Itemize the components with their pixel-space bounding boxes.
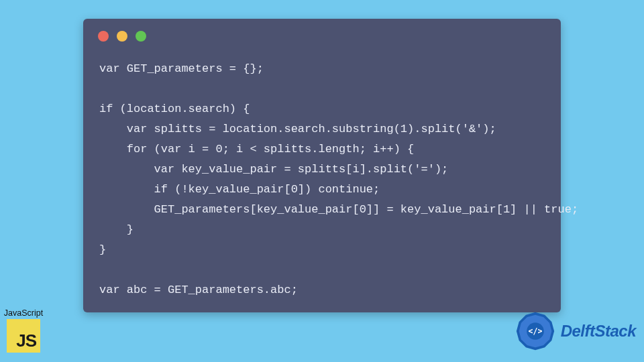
javascript-badge: JavaScript JS (3, 308, 44, 353)
javascript-label: JavaScript (3, 308, 44, 318)
brand-name: DelftStack (561, 322, 636, 341)
delftstack-logo-icon: </> (514, 310, 557, 353)
close-icon (98, 31, 109, 42)
brand-logo-group: </> DelftStack (514, 310, 636, 353)
code-block: var GET_parameters = {}; if (location.se… (99, 59, 545, 299)
zoom-icon (136, 31, 146, 42)
javascript-tile-icon: JS (7, 319, 40, 353)
code-window: var GET_parameters = {}; if (location.se… (83, 19, 561, 312)
svg-text:</>: </> (528, 326, 542, 336)
minimize-icon (117, 31, 127, 42)
window-buttons (98, 31, 146, 42)
